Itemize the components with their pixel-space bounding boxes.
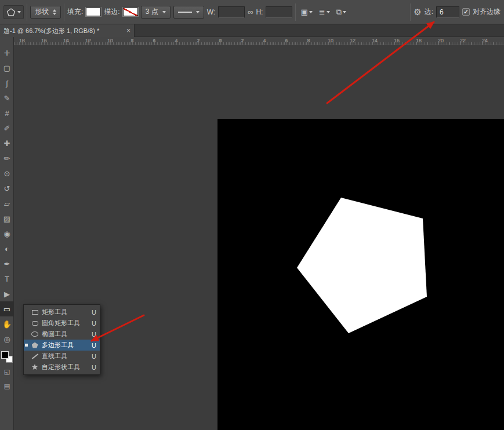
ellipse-tool-item[interactable]: 椭圆工具U (24, 329, 100, 340)
dodge-tool[interactable]: ◐ (0, 241, 14, 256)
ruler-tick (22, 39, 23, 45)
quick-mask-button[interactable]: ◱ (0, 366, 14, 377)
polygon-tool-item[interactable]: 多边形工具U (24, 340, 100, 351)
ruler-tick (419, 39, 419, 45)
path-selection-tool[interactable]: ▶ (0, 286, 14, 301)
line-tool-item[interactable]: 直线工具U (24, 351, 100, 362)
crop-tool[interactable]: # (0, 105, 14, 121)
flyout-item-shortcut: U (92, 320, 96, 327)
flyout-item-label: 圆角矩形工具 (42, 319, 89, 327)
ruler-tick (397, 39, 397, 45)
fill-color-swatch[interactable] (86, 8, 101, 16)
line-shape-icon (31, 356, 39, 357)
custom-shape-icon (31, 364, 39, 370)
marquee-tool[interactable]: ▢ (0, 60, 14, 75)
ruler-tick (44, 39, 45, 45)
chevron-down-icon (196, 11, 200, 13)
marker-placeholder (25, 322, 28, 325)
chevron-down-icon (162, 11, 166, 13)
eyedropper-tool[interactable]: ✐ (0, 121, 14, 136)
flyout-item-shortcut: U (92, 353, 96, 360)
marker-placeholder (25, 333, 28, 336)
rounded-shape-icon (31, 321, 39, 326)
pentagon-shape[interactable] (297, 198, 427, 333)
shape-tool[interactable]: ▭ (0, 301, 14, 316)
quick-mask-icon: ◱ (4, 368, 10, 376)
stroke-type-dropdown[interactable] (173, 6, 204, 19)
healing-brush-tool[interactable]: ✚ (0, 136, 14, 151)
ellipse-shape-icon (31, 331, 39, 337)
ruler-tick (110, 39, 111, 45)
ruler-tick (353, 39, 353, 45)
tools-panel: ✛▢ʃ✎#✐✚✏⊙↺▱▨◉◐✒T▶▭✋◎ ◱ ▤ (0, 37, 14, 430)
updown-arrows-icon (53, 9, 56, 15)
ruler-tick (220, 39, 221, 45)
ruler-tick (198, 39, 199, 45)
stroke-width-dropdown[interactable]: 3 点 (141, 6, 171, 19)
document-tab-bar: 题-1 @ 66.7%(多边形 1, RGB/8) * × (0, 24, 504, 37)
quick-selection-tool[interactable]: ✎ (0, 90, 14, 105)
gradient-tool[interactable]: ▨ (0, 211, 14, 226)
history-brush-tool[interactable]: ↺ (0, 181, 14, 196)
flyout-item-shortcut: U (92, 331, 96, 338)
path-arrange-button[interactable]: ⧉ (335, 6, 348, 19)
sides-input[interactable] (436, 6, 459, 18)
clone-stamp-tool[interactable]: ⊙ (0, 166, 14, 181)
fill-label: 填充: (67, 7, 83, 17)
pen-tool[interactable]: ✒ (0, 256, 14, 271)
divider (295, 3, 296, 21)
stroke-color-swatch[interactable] (123, 8, 138, 16)
path-alignment-icon: ≣ (319, 8, 325, 16)
gear-icon[interactable]: ⚙ (414, 7, 421, 17)
tool-mode-value: 形状 (35, 7, 49, 17)
chevron-down-icon (309, 11, 313, 13)
ruler-tick (88, 39, 89, 45)
hand-tool[interactable]: ✋ (0, 316, 14, 331)
color-swatches[interactable] (1, 351, 13, 363)
marker-placeholder (25, 355, 28, 358)
move-tool[interactable]: ✛ (0, 45, 14, 60)
divider (27, 3, 27, 21)
ruler-tick (154, 39, 155, 45)
eraser-tool[interactable]: ▱ (0, 196, 14, 211)
horizontal-ruler[interactable]: 18161412108642024681012141618202224 (14, 37, 504, 45)
custom-shape-tool-item[interactable]: 自定形状工具U (24, 362, 100, 373)
path-alignment-button[interactable]: ≣ (317, 6, 332, 19)
zoom-tool[interactable]: ◎ (0, 331, 14, 347)
polygon-shape-icon (31, 342, 39, 348)
flyout-item-label: 自定形状工具 (42, 363, 89, 371)
brush-tool[interactable]: ✏ (0, 151, 14, 166)
document-tab[interactable]: 题-1 @ 66.7%(多边形 1, RGB/8) * × (0, 24, 135, 37)
height-input[interactable] (266, 6, 292, 18)
chevron-down-icon (343, 11, 346, 13)
tool-preset-picker[interactable] (3, 5, 24, 19)
solid-line-icon (178, 12, 192, 13)
rounded-rectangle-tool-item[interactable]: 圆角矩形工具U (24, 318, 100, 329)
ruler-tick (331, 39, 331, 45)
link-dimensions-icon[interactable]: ∞ (248, 8, 253, 16)
divider (410, 3, 411, 21)
stroke-width-value: 3 点 (146, 7, 158, 17)
document-canvas[interactable] (217, 119, 504, 430)
rectangle-tool-item[interactable]: 矩形工具U (24, 307, 100, 318)
screen-mode-button[interactable]: ▤ (0, 380, 14, 392)
flyout-item-shortcut: U (92, 342, 96, 349)
tool-mode-dropdown[interactable]: 形状 (30, 6, 61, 19)
ruler-tick (132, 39, 133, 45)
width-input[interactable] (218, 6, 245, 18)
path-arrange-icon: ⧉ (336, 8, 342, 17)
flyout-item-label: 椭圆工具 (42, 330, 89, 338)
screen-mode-icon: ▤ (4, 382, 10, 390)
ruler-tick (441, 39, 441, 45)
marker-placeholder (25, 366, 28, 369)
flyout-item-shortcut: U (92, 364, 96, 371)
type-tool[interactable]: T (0, 271, 14, 286)
foreground-color-swatch[interactable] (1, 351, 9, 359)
lasso-tool[interactable]: ʃ (0, 75, 14, 90)
shape-tools-flyout: 矩形工具U圆角矩形工具U椭圆工具U多边形工具U直线工具U自定形状工具U (23, 304, 100, 375)
tab-close-icon[interactable]: × (126, 27, 130, 35)
align-edges-checkbox[interactable]: ✓ (462, 8, 470, 16)
blur-tool[interactable]: ◉ (0, 226, 14, 241)
ruler-tick (242, 39, 243, 45)
path-operations-button[interactable]: ▣ (299, 6, 314, 19)
